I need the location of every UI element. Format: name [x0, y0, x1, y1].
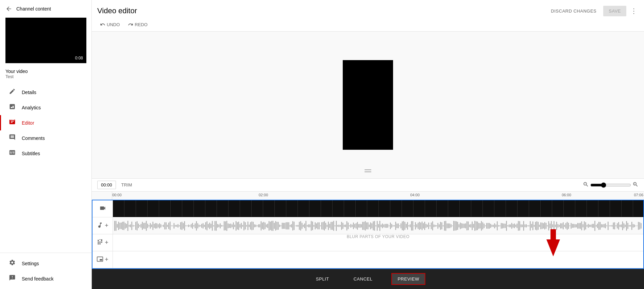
- redo-label: REDO: [135, 22, 148, 27]
- svg-rect-364: [592, 224, 593, 228]
- svg-rect-107: [253, 222, 253, 230]
- svg-rect-118: [267, 223, 268, 228]
- svg-rect-234: [420, 222, 421, 229]
- svg-rect-392: [629, 225, 629, 227]
- svg-rect-396: [634, 224, 635, 227]
- filmstrip-frame: [448, 200, 460, 217]
- trim-button[interactable]: TRIM: [121, 182, 132, 187]
- svg-rect-168: [333, 221, 334, 231]
- svg-rect-276: [476, 221, 476, 230]
- filmstrip-frame: [159, 200, 171, 217]
- svg-rect-241: [429, 225, 430, 226]
- svg-rect-359: [585, 222, 586, 230]
- svg-rect-99: [242, 225, 243, 227]
- add-blur-button[interactable]: +: [105, 239, 108, 246]
- sidebar-item-settings[interactable]: Settings: [0, 256, 91, 271]
- svg-rect-221: [403, 221, 404, 230]
- svg-rect-70: [204, 224, 205, 227]
- sidebar-item-details-label: Details: [22, 90, 36, 95]
- svg-rect-274: [473, 224, 474, 228]
- svg-rect-321: [535, 222, 536, 230]
- more-options-button[interactable]: ⋮: [629, 5, 639, 16]
- svg-rect-358: [584, 221, 584, 230]
- filmstrip-frame: [575, 200, 587, 217]
- undo-button[interactable]: UNDO: [97, 20, 122, 29]
- svg-rect-123: [274, 222, 274, 229]
- svg-rect-149: [308, 224, 309, 227]
- svg-rect-337: [556, 221, 557, 230]
- zoom-in-icon[interactable]: [632, 181, 639, 189]
- sidebar-item-details[interactable]: Details: [0, 85, 91, 100]
- svg-rect-2: [114, 221, 115, 231]
- svg-rect-140: [296, 225, 297, 227]
- svg-rect-303: [511, 223, 512, 229]
- svg-rect-14: [130, 224, 131, 227]
- svg-rect-111: [258, 224, 259, 227]
- svg-rect-330: [547, 225, 548, 226]
- svg-rect-282: [484, 223, 484, 228]
- svg-rect-269: [467, 221, 467, 230]
- sidebar-item-editor[interactable]: Editor: [0, 115, 91, 130]
- zoom-slider[interactable]: [590, 182, 631, 188]
- svg-rect-286: [489, 223, 490, 229]
- svg-rect-306: [515, 224, 516, 227]
- svg-rect-356: [581, 221, 582, 230]
- svg-rect-174: [341, 222, 342, 230]
- svg-rect-86: [225, 221, 226, 230]
- ruler-labels: 00:00 02:00 04:00 06:00 07:06: [112, 192, 644, 200]
- timeline-area: 00:00 TRIM 00:00 02:00 04:00 06:00 07:06: [92, 178, 644, 289]
- discard-changes-button[interactable]: DISCARD CHANGES: [547, 6, 600, 16]
- svg-rect-208: [386, 223, 387, 228]
- svg-rect-187: [358, 224, 359, 228]
- svg-rect-4: [117, 224, 118, 228]
- ruler-mark-1: 02:00: [259, 193, 268, 197]
- pencil-icon: [8, 88, 16, 96]
- sidebar-item-subtitles[interactable]: Subtitles: [0, 146, 91, 161]
- preview-button[interactable]: PREVIEW: [391, 273, 425, 285]
- svg-rect-6: [120, 222, 120, 229]
- svg-rect-163: [327, 224, 327, 227]
- svg-rect-302: [510, 224, 511, 227]
- toolbar-row: UNDO REDO: [97, 19, 639, 31]
- svg-rect-82: [220, 223, 220, 228]
- svg-rect-290: [494, 223, 495, 228]
- svg-rect-323: [538, 222, 538, 230]
- zoom-controls: [583, 181, 639, 189]
- sidebar-item-feedback[interactable]: Send feedback: [0, 271, 91, 286]
- redo-button[interactable]: REDO: [125, 20, 150, 29]
- svg-rect-0: [365, 169, 371, 170]
- svg-rect-322: [537, 221, 537, 230]
- svg-rect-136: [291, 224, 292, 228]
- blur-track-icon-col: +: [92, 234, 113, 251]
- add-endscreen-button[interactable]: +: [105, 256, 108, 263]
- svg-rect-120: [270, 221, 271, 230]
- svg-rect-112: [259, 224, 260, 227]
- svg-rect-133: [287, 222, 288, 229]
- svg-rect-365: [593, 224, 594, 228]
- svg-rect-46: [172, 225, 173, 226]
- zoom-out-icon[interactable]: [583, 181, 589, 189]
- split-button[interactable]: SPLIT: [310, 274, 335, 284]
- svg-rect-351: [575, 224, 575, 227]
- svg-rect-264: [460, 222, 461, 229]
- sidebar-item-comments[interactable]: Comments: [0, 130, 91, 146]
- sidebar-item-analytics[interactable]: Analytics: [0, 100, 91, 115]
- cancel-button[interactable]: CANCEL: [348, 274, 378, 284]
- svg-rect-255: [448, 223, 449, 228]
- sidebar-item-feedback-label: Send feedback: [22, 276, 53, 282]
- svg-rect-288: [492, 224, 492, 227]
- ruler-mark-2: 04:00: [410, 193, 420, 197]
- svg-rect-266: [462, 223, 463, 228]
- svg-rect-183: [353, 222, 354, 229]
- sidebar-header: Channel content: [0, 0, 91, 15]
- svg-rect-236: [423, 223, 424, 228]
- title-row: Video editor DISCARD CHANGES SAVE ⋮: [97, 0, 639, 19]
- svg-rect-272: [471, 224, 471, 227]
- svg-rect-100: [243, 221, 244, 230]
- save-button[interactable]: SAVE: [603, 6, 626, 16]
- svg-rect-102: [246, 225, 247, 227]
- add-audio-button[interactable]: +: [105, 222, 108, 229]
- back-button[interactable]: [5, 5, 12, 12]
- svg-rect-128: [281, 225, 281, 226]
- svg-rect-295: [501, 223, 502, 229]
